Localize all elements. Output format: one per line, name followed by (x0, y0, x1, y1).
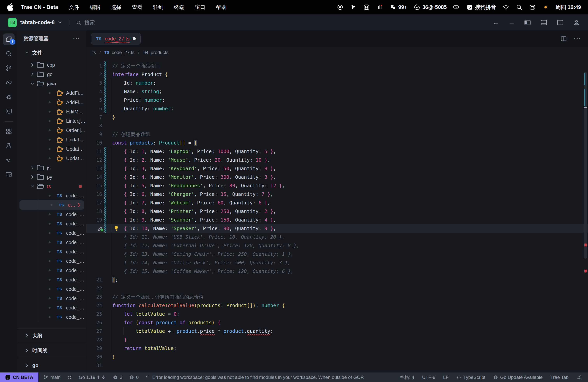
status-left-error-circle-3[interactable]: 3 (113, 375, 122, 380)
tree-item-Linter-java[interactable]: Linter.java (18, 116, 86, 126)
code-line-23[interactable]: 23// 定义一个函数，计算所有商品的总价值 (86, 293, 588, 301)
status-right-text-5[interactable]: Trae Tab (550, 375, 568, 380)
code-line-12[interactable]: 12 { Id: 2, Name: 'Mouse', Price: 20, Qu… (86, 156, 588, 164)
menu-item-3[interactable]: 查看 (126, 4, 147, 11)
tree-item-code-34-ts[interactable]: TScode_34.ts (18, 266, 86, 275)
code-line-9[interactable]: 9// 创建商品数组 (86, 130, 588, 138)
menu-item-0[interactable]: 文件 (63, 4, 84, 11)
lightbulb-icon[interactable] (113, 225, 119, 231)
code-line-10[interactable]: 10const products: Product[] = [ (86, 138, 588, 147)
tree-item-UpdateInterf-[interactable]: UpdateInterf... (18, 135, 86, 144)
code-line-6[interactable]: 6 Quantity: number; (86, 104, 588, 113)
activitybar-explorer[interactable]: 1 (3, 33, 15, 45)
global-search[interactable]: 搜索 (76, 19, 95, 26)
breadcrumb-item-1[interactable]: TScode_27.ts (104, 50, 135, 55)
code-line-31[interactable]: 31 (86, 361, 588, 370)
tree-item-py[interactable]: py (18, 172, 86, 182)
breadcrumb-item-2[interactable]: products (143, 50, 168, 55)
tree-item-AddFieldToCl-[interactable]: AddFieldToCl... (18, 88, 86, 98)
status-right-bell-off-6[interactable] (576, 375, 581, 380)
code-line-21[interactable]: 21]; (86, 276, 588, 284)
status-left-sync-1[interactable] (67, 375, 72, 380)
tree-item-Order-java[interactable]: Order.java (18, 126, 86, 135)
menubar-status-cursor[interactable] (350, 4, 357, 11)
code-line-20[interactable]: { Id: 10, Name: 'Speaker', Price: 90, Qu… (86, 224, 588, 233)
inline-edit-icon[interactable] (97, 225, 104, 232)
menubar-status-search-white[interactable] (516, 4, 523, 11)
code-line-14[interactable]: 14 { Id: 4, Name: 'Monitor', Price: 300,… (86, 173, 588, 181)
tree-item-EditMethodN-[interactable]: EditMethodN... (18, 107, 86, 116)
activitybar-search[interactable] (3, 48, 15, 60)
tree-item-AddFieldToCl-[interactable]: AddFieldToCl... (18, 98, 86, 107)
activitybar-preview-eye[interactable] (3, 77, 15, 88)
sidebar-section-0[interactable]: 大纲 (18, 328, 86, 343)
tree-item-go[interactable]: go (18, 70, 86, 79)
menu-item-7[interactable]: 帮助 (210, 4, 231, 11)
code-line-13[interactable]: 13 { Id: 3, Name: 'Keyboard', Price: 50,… (86, 164, 588, 173)
toggle-left-sidebar-button[interactable] (524, 19, 531, 26)
tree-item-UpdateVar-java[interactable]: UpdateVar.java (18, 154, 86, 163)
tab-code-27[interactable]: TS code_27.ts (91, 33, 141, 44)
code-editor[interactable]: 1// 定义一个商品接口2interface Product {3 Id: nu… (86, 58, 588, 372)
apple-logo-icon[interactable] (7, 3, 14, 11)
menu-item-5[interactable]: 终端 (168, 4, 189, 11)
code-line-ghost[interactable]: { Id: 13, Name: 'Gaming Chair', Price: 2… (86, 250, 588, 258)
toggle-bottom-panel-button[interactable] (540, 19, 547, 26)
tree-item-code-30-ts[interactable]: TScode_30.ts (18, 228, 86, 238)
code-line-7[interactable]: 7} (86, 113, 588, 121)
workspace-chevron-down-icon[interactable] (57, 20, 63, 25)
workspace-name[interactable]: tabtab-code-8 (20, 20, 55, 25)
menubar-status-battery[interactable] (453, 4, 460, 11)
code-line-25[interactable]: 25 let totalValue = 0; (86, 310, 588, 318)
tree-item-code-29-ts[interactable]: TScode_29.ts (18, 219, 86, 228)
activitybar-test-flask[interactable] (3, 140, 15, 151)
menubar-status-wifi[interactable] (503, 4, 509, 11)
tree-item-js[interactable]: js (18, 163, 86, 172)
status-left-spinner-5[interactable]: Error loading workspace: gopls was not a… (145, 375, 364, 380)
menubar-status-wechat[interactable]: 99+ (390, 4, 407, 11)
activitybar-remote-window[interactable] (3, 169, 15, 180)
code-line-11[interactable]: 11 { Id: 1, Name: 'Laptop', Price: 1000,… (86, 147, 588, 156)
status-right-text-1[interactable]: UTF-8 (422, 375, 435, 380)
toggle-right-sidebar-button[interactable] (556, 19, 564, 26)
workspace-badge[interactable]: T8 (8, 18, 17, 27)
tab-modified-dot[interactable] (133, 37, 136, 40)
app-name[interactable]: Trae CN - Beta (21, 4, 58, 10)
tree-item-code-27-ts[interactable]: TScode_27.ts3 (20, 200, 84, 210)
nav-back-button[interactable]: ← (493, 19, 499, 26)
code-line-26[interactable]: 26 for (const product of products) { (86, 318, 588, 327)
code-line-4[interactable]: 4 Name: string; (86, 87, 588, 96)
menu-item-1[interactable]: 编辑 (84, 4, 105, 11)
sidebar-section-2[interactable]: go (18, 358, 86, 372)
status-left-branch-0[interactable]: main (43, 375, 61, 380)
menubar-status-clock[interactable]: 周四 16:49 (556, 4, 581, 11)
activitybar-extensions-grid[interactable] (3, 126, 15, 137)
editor-more-button[interactable]: ··· (574, 35, 581, 42)
editor-scrollbar[interactable] (584, 58, 587, 372)
code-line-29[interactable]: 29 return totalValue; (86, 344, 588, 352)
menubar-status-notion[interactable] (363, 4, 370, 11)
code-line-19[interactable]: 19 { Id: 9, Name: 'Scanner', Price: 150,… (86, 215, 588, 224)
tree-item-cpp[interactable]: cpp (18, 60, 86, 70)
account-icon[interactable] (573, 19, 580, 26)
activitybar-terminal[interactable] (3, 106, 15, 117)
tree-item-java[interactable]: java (18, 79, 86, 88)
menubar-status-levels[interactable] (377, 4, 383, 11)
code-line-ghost[interactable]: { Id: 12, Name: 'External Drive', Price:… (86, 241, 588, 250)
tree-item-code-33-ts[interactable]: TScode_33.ts (18, 256, 86, 266)
status-right-braces-3[interactable]: TypeScript (456, 375, 485, 380)
code-line-24[interactable]: 24function calculateTotalValue(products:… (86, 301, 588, 310)
status-right-text-2[interactable]: LF (443, 375, 449, 380)
code-line-28[interactable]: 28 } (86, 335, 588, 344)
code-line-1[interactable]: 1// 定义一个商品接口 (86, 62, 588, 70)
tree-item-code-28-ts[interactable]: TScode_28.ts (18, 210, 86, 219)
breadcrumb-item-0[interactable]: ts (92, 50, 96, 55)
code-line-18[interactable]: 18 { Id: 8, Name: 'Printer', Price: 250,… (86, 207, 588, 215)
code-line-5[interactable]: 5 Price: number; (86, 96, 588, 104)
code-line-ghost[interactable]: { Id: 14, Name: 'Office Desk', Price: 50… (86, 258, 588, 267)
menubar-status-orange-dot[interactable] (542, 4, 549, 11)
tree-item-code-36-ts[interactable]: TScode_36.ts (18, 284, 86, 294)
menubar-status-control-center[interactable] (529, 4, 536, 11)
status-right-info-circle-4[interactable]: Go Update Available (493, 375, 543, 380)
cn-beta-badge[interactable]: CN BETA (0, 372, 38, 382)
